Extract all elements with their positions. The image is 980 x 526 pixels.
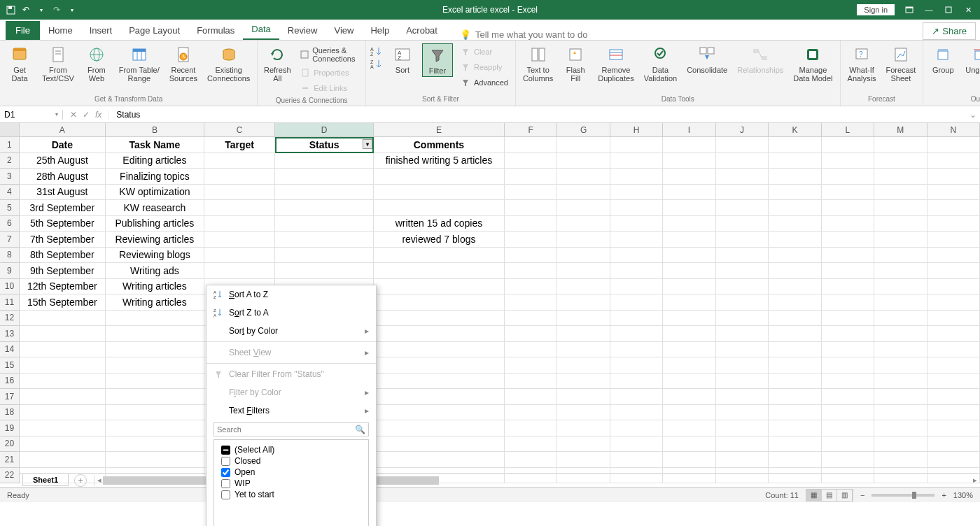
cell[interactable] (822, 294, 874, 311)
cell[interactable]: Reviewing blogs (106, 248, 204, 264)
cell[interactable] (822, 420, 874, 436)
name-box[interactable]: D1 ▾ (0, 110, 63, 120)
cell[interactable] (663, 342, 715, 358)
row-header[interactable]: 16 (0, 374, 20, 390)
cell[interactable] (275, 216, 374, 232)
cell[interactable] (275, 153, 374, 169)
relationships-button[interactable]: Relationships (734, 43, 786, 76)
cell[interactable] (275, 169, 374, 185)
cell[interactable] (20, 405, 106, 421)
cell[interactable] (927, 420, 980, 436)
cell[interactable] (822, 389, 874, 405)
cell[interactable] (874, 200, 927, 216)
cell[interactable]: finished writing 5 articles (374, 153, 505, 169)
cell[interactable] (20, 374, 106, 390)
cell[interactable] (663, 311, 715, 327)
row-header[interactable]: 6 (0, 216, 20, 232)
ribbon-display-icon[interactable] (904, 5, 914, 15)
save-icon[interactable] (6, 5, 15, 15)
cell[interactable] (505, 232, 557, 248)
cell[interactable] (822, 232, 874, 248)
cell[interactable] (927, 216, 980, 232)
cell[interactable] (106, 326, 204, 342)
cell[interactable] (663, 279, 715, 295)
cell[interactable] (769, 216, 821, 232)
cell[interactable] (374, 294, 505, 311)
sort-za-item[interactable]: ZASort Z to A (206, 304, 376, 322)
cell[interactable] (822, 263, 874, 279)
cell[interactable] (374, 452, 505, 468)
cell[interactable] (663, 405, 715, 421)
row-header[interactable]: 13 (0, 326, 20, 342)
cell[interactable]: 9th September (20, 263, 106, 279)
sort-asc-icon[interactable]: AZ (370, 46, 383, 56)
cell[interactable] (822, 279, 874, 295)
cell[interactable] (204, 232, 275, 248)
cell[interactable] (557, 420, 610, 436)
consolidate-button[interactable]: Consolidate (684, 43, 730, 76)
tab-formulas[interactable]: Formulas (188, 21, 243, 40)
cell[interactable] (716, 279, 769, 295)
cell[interactable] (769, 185, 821, 201)
cell[interactable] (275, 263, 374, 279)
row-header[interactable]: 1 (0, 137, 20, 153)
cell[interactable] (874, 232, 927, 248)
cell[interactable] (716, 389, 769, 405)
cell[interactable] (927, 405, 980, 421)
cell[interactable] (716, 436, 769, 453)
row-header[interactable]: 3 (0, 169, 20, 185)
cell[interactable] (557, 279, 610, 295)
row-header[interactable]: 21 (0, 452, 20, 468)
cell[interactable] (20, 468, 106, 484)
cell[interactable]: Target (204, 137, 275, 153)
cell[interactable] (663, 452, 715, 468)
properties-button[interactable]: Properties (297, 66, 361, 80)
zoom-in-icon[interactable]: + (941, 491, 946, 499)
cell[interactable] (663, 232, 715, 248)
cell[interactable] (610, 452, 663, 468)
cell[interactable] (557, 200, 610, 216)
col-header-f[interactable]: F (505, 123, 557, 136)
tab-review[interactable]: Review (279, 21, 326, 40)
cell[interactable] (769, 342, 821, 358)
cell[interactable] (927, 185, 980, 201)
redo-icon[interactable]: ↷ (52, 5, 62, 15)
from-web-button[interactable]: From Web (81, 43, 112, 84)
row-header[interactable]: 12 (0, 311, 20, 327)
cell[interactable]: 3rd September (20, 200, 106, 216)
filter-button[interactable]: Filter (422, 43, 453, 77)
cell[interactable] (663, 420, 715, 436)
flash-fill-button[interactable]: Flash Fill (560, 43, 591, 84)
cell[interactable] (874, 185, 927, 201)
cell[interactable] (505, 200, 557, 216)
cell[interactable] (505, 216, 557, 232)
normal-view-icon[interactable]: ▦ (806, 490, 822, 501)
cell[interactable] (374, 263, 505, 279)
get-data-button[interactable]: Get Data (4, 43, 35, 84)
cell[interactable] (927, 153, 980, 169)
existing-connections-button[interactable]: Existing Connections (204, 43, 253, 84)
cell[interactable] (204, 248, 275, 264)
cell[interactable] (557, 137, 610, 153)
cell[interactable] (927, 326, 980, 342)
col-header-a[interactable]: A (20, 123, 106, 136)
cell[interactable]: Task Name (106, 137, 204, 153)
cell[interactable] (663, 248, 715, 264)
cell[interactable]: 25th August (20, 153, 106, 169)
cell[interactable] (505, 374, 557, 390)
cell[interactable] (716, 357, 769, 374)
tab-page-layout[interactable]: Page Layout (120, 21, 188, 40)
chevron-down-icon[interactable]: ▾ (67, 5, 77, 15)
cell[interactable] (374, 311, 505, 327)
cell[interactable] (769, 263, 821, 279)
cell[interactable] (663, 389, 715, 405)
cell[interactable] (374, 389, 505, 405)
cell[interactable] (106, 436, 204, 453)
cell[interactable] (374, 169, 505, 185)
cell[interactable] (716, 452, 769, 468)
cell[interactable] (769, 169, 821, 185)
cell[interactable] (716, 374, 769, 390)
tab-insert[interactable]: Insert (81, 21, 121, 40)
cell[interactable] (610, 137, 663, 153)
cell[interactable] (557, 374, 610, 390)
